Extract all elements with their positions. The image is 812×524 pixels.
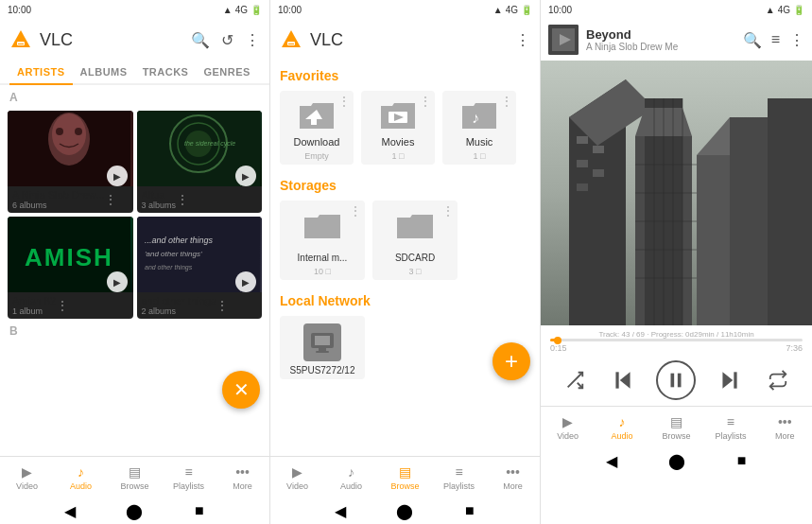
- network-device[interactable]: S5PUS7272/12: [280, 316, 365, 379]
- storage-sdcard-more[interactable]: ⋮: [442, 204, 454, 218]
- video-icon-2: ▶: [292, 464, 302, 480]
- artist-more-2[interactable]: ⋮: [56, 298, 69, 313]
- fav-movies-more[interactable]: ⋮: [420, 95, 431, 108]
- repeat-btn[interactable]: [763, 365, 793, 395]
- player-track-artist: A Ninja Slob Drew Me: [586, 42, 735, 52]
- tab-tracks[interactable]: TRACKS: [135, 61, 197, 83]
- home-btn-1[interactable]: ⬤: [126, 502, 143, 519]
- recents-btn-1[interactable]: ■: [191, 502, 208, 519]
- next-btn[interactable]: [715, 365, 745, 395]
- play-btn-0[interactable]: ▶: [107, 166, 128, 186]
- svg-text:♪: ♪: [472, 110, 479, 126]
- browse-icon-1: ▤: [129, 464, 141, 480]
- fab-2[interactable]: +: [492, 342, 530, 380]
- artist-name-2: Amish 82: [12, 295, 56, 306]
- fav-music-name: Music: [466, 136, 493, 148]
- artist-grid: ▶ A Ninja Slob Drew... 6 albums ⋮: [0, 107, 269, 323]
- artist-card-3[interactable]: ...and other things 'and other things' a…: [137, 217, 263, 319]
- progress-bar[interactable]: [550, 339, 803, 341]
- svg-rect-60: [615, 372, 618, 388]
- bnav-video-1[interactable]: ▶ Video: [0, 457, 54, 498]
- fav-download-more[interactable]: ⋮: [338, 95, 350, 108]
- artist-more-1[interactable]: ⋮: [176, 192, 189, 207]
- artist-more-3[interactable]: ⋮: [216, 298, 229, 313]
- storage-internal-more[interactable]: ⋮: [350, 204, 361, 218]
- fav-movies-sub: 1 □: [392, 151, 405, 161]
- bnav-audio-3[interactable]: ♪ Audio: [595, 407, 648, 447]
- progress-dot: [554, 337, 561, 344]
- status-bar-3: 10:00 ▲ 4G 🔋: [541, 0, 812, 19]
- back-btn-1[interactable]: ◀: [61, 502, 78, 519]
- signal-icon-3: ▲: [766, 5, 775, 15]
- recents-btn-2[interactable]: ■: [461, 502, 478, 519]
- player-album-thumb: [548, 25, 579, 55]
- nav-tabs-1: ARTISTS ALBUMS TRACKS GENRES: [0, 61, 269, 85]
- fav-music-more[interactable]: ⋮: [501, 95, 512, 108]
- playlists-label-3: Playlists: [715, 431, 746, 441]
- fav-download[interactable]: Download Empty ⋮: [280, 91, 354, 165]
- tab-artists[interactable]: ARTISTS: [9, 61, 73, 85]
- history-icon-1[interactable]: ↺: [221, 31, 233, 49]
- storage-sdcard[interactable]: SDCARD 3 □ ⋮: [372, 201, 458, 280]
- pause-btn[interactable]: [656, 360, 696, 400]
- svg-text:the sidereal cycle: the sidereal cycle: [184, 140, 235, 148]
- recents-btn-3[interactable]: ■: [734, 452, 751, 469]
- bnav-audio-2[interactable]: ♪ Audio: [324, 457, 378, 498]
- bnav-audio-1[interactable]: ♪ Audio: [54, 457, 108, 498]
- back-btn-2[interactable]: ◀: [332, 502, 349, 519]
- back-btn-3[interactable]: ◀: [603, 452, 620, 469]
- bnav-more-3[interactable]: ••• More: [758, 407, 812, 447]
- audio-icon-2: ♪: [348, 464, 354, 480]
- bnav-playlists-3[interactable]: ≡ Playlists: [703, 407, 757, 447]
- prev-btn[interactable]: [608, 365, 638, 395]
- home-btn-3[interactable]: ⬤: [668, 452, 685, 469]
- internal-folder-icon: [302, 208, 342, 249]
- artist-card-1[interactable]: the sidereal cycle ▶ Altus 3 albums ⋮: [137, 111, 263, 213]
- more-icon-2[interactable]: ⋮: [515, 31, 530, 49]
- tab-genres[interactable]: GENRES: [196, 61, 257, 83]
- bnav-more-2[interactable]: ••• More: [486, 457, 540, 498]
- storages-title: Storages: [280, 178, 530, 193]
- fav-music[interactable]: ♪ Music 1 □ ⋮: [442, 91, 516, 165]
- bnav-more-1[interactable]: ••• More: [216, 457, 269, 498]
- signal-text-1: 4G: [235, 5, 248, 15]
- svg-rect-47: [768, 98, 812, 325]
- artist-more-0[interactable]: ⋮: [104, 192, 117, 207]
- bnav-playlists-2[interactable]: ≡ Playlists: [432, 457, 486, 498]
- fav-download-sub: Empty: [304, 151, 329, 161]
- player-queue-icon[interactable]: ≡: [771, 31, 780, 48]
- search-icon-1[interactable]: 🔍: [191, 31, 210, 49]
- more-nav-icon-2: •••: [506, 464, 520, 480]
- fab-1[interactable]: ✕: [222, 371, 260, 409]
- artist-info-2: Amish 82 1 album ⋮: [8, 292, 133, 319]
- player-search-icon[interactable]: 🔍: [743, 31, 762, 49]
- player-more-icon[interactable]: ⋮: [789, 31, 804, 49]
- svg-rect-37: [593, 146, 604, 153]
- play-btn-1[interactable]: ▶: [235, 166, 256, 186]
- bottom-nav-1: ▶ Video ♪ Audio ▤ Browse ≡ Playlists •••…: [0, 456, 269, 498]
- browse-label-2: Browse: [390, 481, 419, 491]
- video-icon-3: ▶: [562, 414, 573, 429]
- bnav-playlists-1[interactable]: ≡ Playlists: [162, 457, 216, 498]
- favorites-grid: Download Empty ⋮ Movies 1 □ ⋮: [280, 91, 530, 165]
- bnav-video-3[interactable]: ▶ Video: [541, 407, 595, 447]
- bnav-browse-3[interactable]: ▤ Browse: [649, 407, 703, 447]
- more-icon-1[interactable]: ⋮: [245, 31, 260, 49]
- svg-rect-27: [315, 336, 330, 345]
- fav-download-name: Download: [294, 136, 340, 148]
- bnav-browse-1[interactable]: ▤ Browse: [108, 457, 162, 498]
- home-btn-2[interactable]: ⬤: [396, 502, 413, 519]
- svg-rect-61: [671, 374, 675, 388]
- fav-movies[interactable]: Movies 1 □ ⋮: [361, 91, 435, 165]
- storage-internal[interactable]: Internal m... 10 □ ⋮: [280, 201, 365, 280]
- bnav-browse-2[interactable]: ▤ Browse: [378, 457, 432, 498]
- artist-card-2[interactable]: AMISH ▶ Amish 82 1 album ⋮: [8, 217, 133, 319]
- player-header: Beyond A Ninja Slob Drew Me 🔍 ≡ ⋮: [541, 19, 812, 61]
- shuffle-btn[interactable]: [560, 365, 590, 395]
- tab-albums[interactable]: ALBUMS: [73, 61, 135, 83]
- play-btn-3[interactable]: ▶: [235, 271, 256, 292]
- storage-sdcard-name: SDCARD: [395, 253, 435, 263]
- play-btn-2[interactable]: ▶: [107, 271, 128, 292]
- bnav-video-2[interactable]: ▶ Video: [270, 457, 324, 498]
- artist-card-0[interactable]: ▶ A Ninja Slob Drew... 6 albums ⋮: [8, 111, 133, 213]
